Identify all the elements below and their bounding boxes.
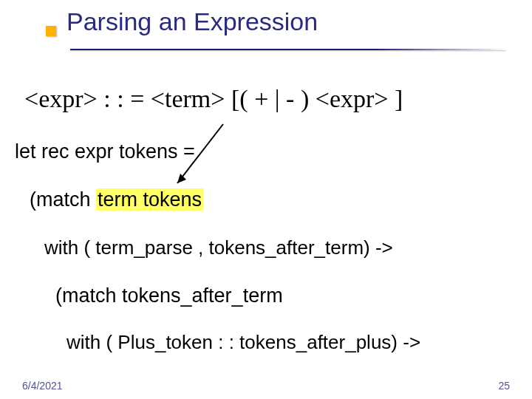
slide: Parsing an Expression <expr> : : = <term… [0,0,532,399]
title-bullet-icon [46,26,56,36]
code-line-2-highlight: term tokens [96,188,203,211]
code-line-2: (match term tokens [30,188,203,211]
title-area: Parsing an Expression [66,7,318,36]
code-line-5: with ( Plus_token : : tokens_after_plus)… [66,331,420,354]
code-line-2-pre: (match [30,188,96,211]
footer-date: 6/4/2021 [22,380,63,392]
code-line-3: with ( term_parse , tokens_after_term) -… [44,236,393,259]
code-line-4: (match tokens_after_term [55,284,283,307]
title-underline [70,49,506,50]
grammar-rule: <expr> : : = <term> [( + | - ) <expr> ] [24,85,403,113]
slide-title: Parsing an Expression [66,7,318,36]
code-line-1: let rec expr tokens = [15,140,195,163]
svg-marker-1 [177,174,186,183]
footer-page-number: 25 [498,380,510,392]
